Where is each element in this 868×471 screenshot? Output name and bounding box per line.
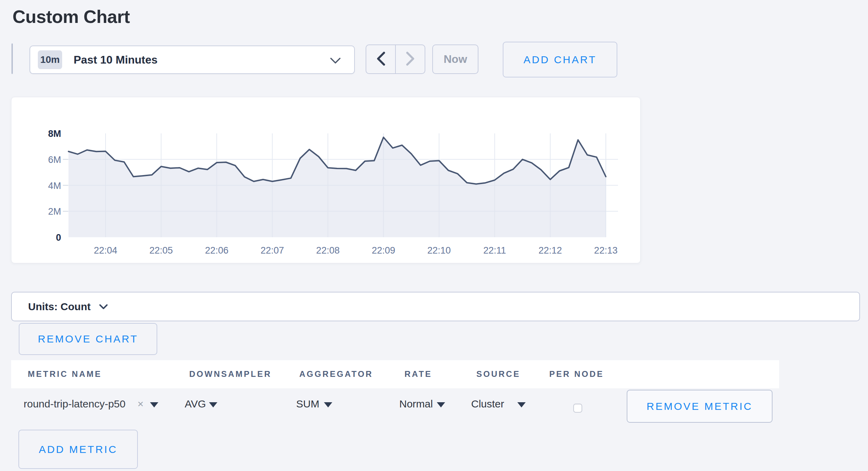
time-range-dropdown[interactable]: 10m Past 10 Minutes: [30, 46, 355, 74]
downsampler-select[interactable]: AVG: [185, 398, 206, 410]
source-caret-icon[interactable]: [517, 402, 526, 407]
toolbar-accent-bar: [11, 43, 13, 74]
aggregator-select[interactable]: SUM: [296, 398, 319, 410]
column-header-source: SOURCE: [476, 369, 520, 379]
chart-card: 8M6M4M2M022:0422:0522:0622:0722:0822:092…: [11, 97, 641, 263]
rate-select[interactable]: Normal: [399, 398, 433, 410]
metrics-table-header: METRIC NAME DOWNSAMPLER AGGREGATOR RATE …: [11, 360, 779, 388]
time-nav-group: [366, 44, 425, 74]
chevron-right-icon: [405, 51, 416, 67]
time-range-badge: 10m: [38, 50, 62, 69]
add-chart-button[interactable]: ADD CHART: [503, 42, 617, 77]
y-axis-label: 4M: [48, 181, 61, 191]
x-axis-label: 22:10: [427, 245, 451, 256]
x-axis-label: 22:06: [205, 245, 228, 256]
metric-table-row: round-trip-latency-p50 × AVG SUM Normal …: [0, 388, 868, 427]
y-axis-label: 2M: [48, 206, 61, 217]
column-header-downsampler: DOWNSAMPLER: [189, 369, 272, 379]
downsampler-caret-icon[interactable]: [209, 402, 217, 407]
remove-chart-button[interactable]: REMOVE CHART: [19, 323, 157, 355]
x-axis-label: 22:13: [594, 245, 618, 256]
remove-metric-button[interactable]: REMOVE METRIC: [627, 390, 773, 423]
units-label: Units: Count: [28, 301, 91, 313]
now-button[interactable]: Now: [432, 44, 478, 74]
chevron-down-icon: [330, 57, 341, 66]
x-axis-label: 22:04: [94, 245, 117, 256]
metric-name-value[interactable]: round-trip-latency-p50: [24, 398, 125, 410]
chevron-left-icon: [376, 51, 386, 67]
column-header-metric-name: METRIC NAME: [28, 369, 102, 379]
x-axis-label: 22:12: [539, 245, 562, 256]
y-axis-label: 6M: [48, 155, 61, 165]
x-axis-label: 22:09: [372, 245, 395, 256]
time-range-label: Past 10 Minutes: [74, 53, 158, 66]
column-header-rate: RATE: [404, 369, 432, 379]
x-axis-label: 22:07: [261, 245, 284, 256]
y-axis-label: 0: [56, 232, 61, 243]
clear-metric-icon[interactable]: ×: [137, 398, 144, 410]
x-axis-label: 22:11: [483, 245, 506, 256]
units-dropdown[interactable]: Units: Count: [11, 292, 860, 321]
source-select[interactable]: Cluster: [471, 398, 504, 410]
x-axis-label: 22:05: [149, 245, 173, 256]
page-title: Custom Chart: [12, 6, 130, 27]
aggregator-caret-icon[interactable]: [324, 402, 332, 407]
column-header-aggregator: AGGREGATOR: [299, 369, 373, 379]
y-axis-label: 8M: [48, 129, 61, 139]
add-metric-button[interactable]: ADD METRIC: [18, 430, 138, 469]
prev-time-button[interactable]: [366, 45, 395, 73]
series-area-fill: [68, 137, 606, 237]
metric-name-caret-icon[interactable]: [150, 402, 158, 407]
custom-chart-page: Custom Chart 10m Past 10 Minutes Now ADD…: [0, 0, 868, 471]
column-header-per-node: PER NODE: [549, 369, 604, 379]
per-node-checkbox[interactable]: [573, 404, 582, 413]
x-axis-label: 22:08: [316, 245, 340, 256]
rate-caret-icon[interactable]: [437, 402, 445, 407]
chevron-down-icon: [99, 304, 108, 311]
metric-area-chart: 8M6M4M2M022:0422:0522:0622:0722:0822:092…: [11, 97, 641, 264]
next-time-button[interactable]: [395, 45, 425, 73]
